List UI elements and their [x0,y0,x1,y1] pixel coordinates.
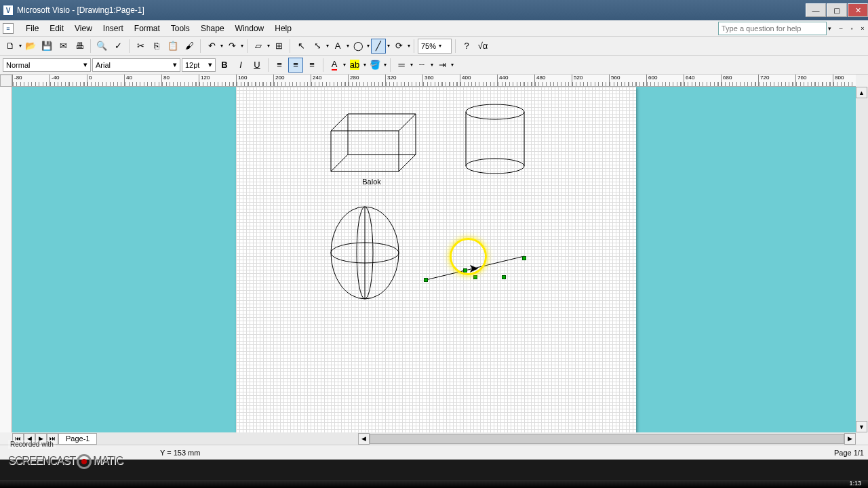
selection-handle[interactable] [424,278,428,282]
page-tab[interactable]: Page-1 [58,433,97,445]
menu-insert[interactable]: Insert [98,22,129,35]
ruler-tick: 720 [758,75,795,86]
new-button[interactable]: 🗋 [3,39,18,54]
mail-button[interactable]: ✉ [56,39,71,54]
mdi-restore[interactable]: ▫ [846,24,857,33]
highlight-button[interactable]: ab [347,58,362,73]
menu-help[interactable]: Help [269,22,297,35]
align-right-button[interactable]: ≡ [304,58,319,73]
vertical-ruler[interactable] [0,87,12,432]
print-button[interactable]: 🖶 [72,39,87,54]
menu-window[interactable]: Window [230,22,270,35]
text-tool[interactable]: A [330,39,345,54]
hscroll-right-button[interactable]: ▶ [844,433,856,445]
rotate-tool[interactable]: ⟳ [391,39,406,54]
minimize-button[interactable]: — [806,3,826,17]
horizontal-scrollbar[interactable]: ⏮ ◀ ▶ ⏭ Page-1 ◀ ▶ [12,432,856,445]
mdi-close[interactable]: × [857,24,868,33]
line-ends-button[interactable]: ⇥ [435,58,450,73]
selection-handle[interactable] [473,275,477,279]
printpreview-button[interactable]: 🔍 [94,39,109,54]
shape-cylinder[interactable] [465,104,526,175]
vscroll-up-button[interactable]: ▲ [856,87,867,98]
help-dropdown-icon[interactable]: ▾ [828,25,831,32]
style-dropdown[interactable]: Normal▾ [3,58,91,72]
horizontal-ruler[interactable]: -80-400408012016020024028032036040044048… [12,75,856,87]
mdi-minimize[interactable]: – [835,24,846,33]
taskbar[interactable]: 1:13 [0,480,868,488]
line-weight-button[interactable]: ═ [394,58,409,73]
spell-button[interactable]: ✓ [111,39,125,54]
connector-tool[interactable]: ⤡ [310,39,325,54]
copy-button[interactable]: ⎘ [149,39,164,54]
maximize-button[interactable]: ▢ [827,3,847,17]
undo-button[interactable]: ↶ [204,39,219,54]
line-tool[interactable]: ╱ [371,39,386,54]
help-search-input[interactable] [718,22,827,35]
drawing-page[interactable]: Balok [236,87,636,432]
svg-line-4 [399,155,416,171]
fontsize-dropdown[interactable]: 12pt▾ [182,58,216,72]
italic-button[interactable]: I [233,58,248,73]
svg-point-6 [466,104,524,119]
zoom-dropdown[interactable]: 75%▾ [418,39,452,54]
vertical-scrollbar[interactable]: ▲ ▼ [856,87,868,432]
redo-button[interactable]: ↷ [224,39,239,54]
save-button[interactable]: 💾 [39,39,54,54]
shape-sphere[interactable] [330,205,401,300]
svg-point-7 [466,159,524,174]
research-button[interactable]: √α [475,39,490,54]
help-button[interactable]: ? [459,39,474,54]
paste-button[interactable]: 📋 [165,39,180,54]
open-button[interactable]: 📂 [23,39,38,54]
watermark-recorded: Recorded with [8,440,56,449]
ruler-tick: 240 [311,75,348,86]
svg-line-5 [331,155,348,171]
ruler-tick: 280 [348,75,385,86]
ruler-tick: 0 [87,75,124,86]
shapes-button[interactable]: ▱ [251,39,266,54]
document-icon[interactable]: ≡ [3,23,14,34]
ruler-tick: 400 [460,75,497,86]
fill-color-button[interactable]: 🪣 [368,58,382,73]
shape-box[interactable] [331,114,419,175]
formatpainter-button[interactable]: 🖌 [182,39,197,54]
close-button[interactable]: ✕ [848,3,868,17]
ruler-tick: 640 [684,75,721,86]
line-pattern-button[interactable]: ┈ [414,58,429,73]
canvas[interactable]: Balok [12,87,856,432]
pointer-tool[interactable]: ↖ [294,39,309,54]
menu-tools[interactable]: Tools [165,22,195,35]
ruler-tick: 160 [236,75,273,86]
align-center-button[interactable]: ≡ [288,58,303,73]
selection-handle[interactable] [502,275,506,279]
ruler-tick: 360 [422,75,460,86]
stencil-button[interactable]: ⊞ [271,39,286,54]
selection-handle[interactable] [522,256,526,260]
align-left-button[interactable]: ≡ [272,58,287,73]
ruler-corner[interactable] [0,75,12,87]
bold-button[interactable]: B [217,58,232,73]
font-dropdown[interactable]: Arial▾ [92,58,180,72]
menu-view[interactable]: View [69,22,98,35]
taskbar-clock[interactable]: 1:13 [849,480,861,487]
window-controls: — ▢ ✕ [805,3,868,17]
ruler-tick: 480 [534,75,572,86]
menu-edit[interactable]: Edit [44,22,69,35]
font-color-button[interactable]: A [327,58,342,73]
cut-button[interactable]: ✂ [133,39,148,54]
ruler-tick: 440 [497,75,534,86]
menu-file[interactable]: File [20,22,44,35]
vscroll-down-button[interactable]: ▼ [856,421,867,432]
hscroll-left-button[interactable]: ◀ [358,433,370,445]
svg-line-2 [331,114,348,131]
ruler-tick: 760 [795,75,833,86]
ruler-tick: 40 [124,75,161,86]
ellipse-tool[interactable]: ◯ [351,39,366,54]
ruler-tick: 680 [721,75,758,86]
underline-button[interactable]: U [250,58,264,73]
menu-shape[interactable]: Shape [195,22,230,35]
menu-format[interactable]: Format [129,22,165,35]
menu-bar: ≡ File Edit View Insert Format Tools Sha… [0,20,868,37]
hscroll-thumb[interactable] [370,434,844,444]
